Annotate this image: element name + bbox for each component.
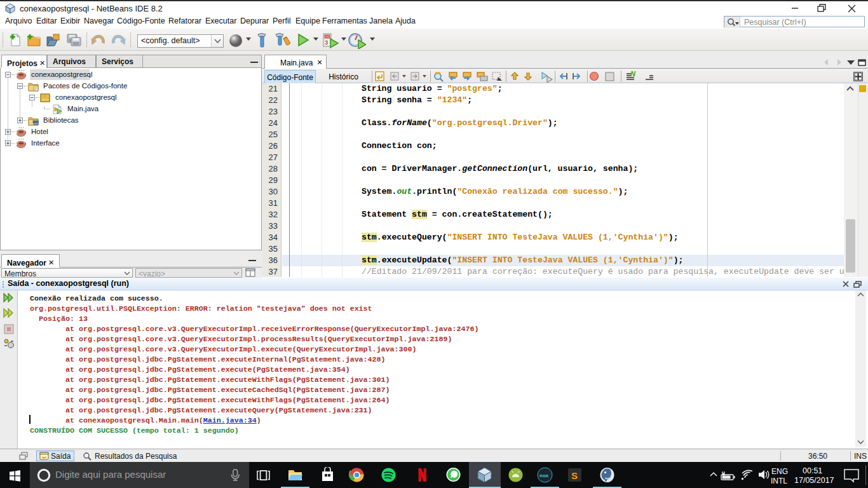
svg-text:nox: nox (539, 473, 549, 478)
svg-text:N: N (630, 71, 636, 78)
svg-text:3: 3 (325, 39, 328, 46)
svg-text:S: S (571, 470, 578, 481)
